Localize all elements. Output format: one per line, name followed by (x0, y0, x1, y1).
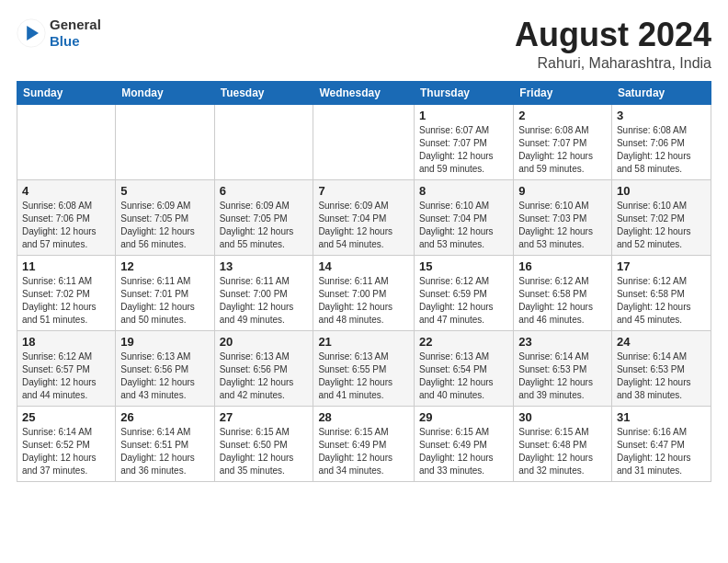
calendar-week-row: 25Sunrise: 6:14 AMSunset: 6:52 PMDayligh… (17, 406, 711, 481)
month-year: August 2024 (515, 17, 711, 53)
day-number: 20 (220, 335, 309, 349)
day-number: 10 (617, 184, 706, 198)
col-header-wednesday: Wednesday (313, 81, 415, 104)
day-info: Sunrise: 6:13 AMSunset: 6:54 PMDaylight:… (419, 350, 508, 402)
calendar-cell: 1Sunrise: 6:07 AMSunset: 7:07 PMDaylight… (414, 104, 513, 179)
day-info: Sunrise: 6:14 AMSunset: 6:53 PMDaylight:… (518, 350, 607, 402)
day-info: Sunrise: 6:13 AMSunset: 6:56 PMDaylight:… (220, 350, 309, 402)
day-info: Sunrise: 6:13 AMSunset: 6:56 PMDaylight:… (120, 350, 209, 402)
calendar-cell: 18Sunrise: 6:12 AMSunset: 6:57 PMDayligh… (17, 330, 116, 406)
day-number: 4 (22, 184, 110, 198)
day-info: Sunrise: 6:15 AMSunset: 6:49 PMDaylight:… (419, 426, 508, 477)
location: Rahuri, Maharashtra, India (515, 55, 711, 72)
calendar-cell: 6Sunrise: 6:09 AMSunset: 7:05 PMDaylight… (214, 179, 313, 255)
col-header-thursday: Thursday (414, 81, 513, 104)
calendar-cell: 28Sunrise: 6:15 AMSunset: 6:49 PMDayligh… (313, 406, 415, 481)
calendar-cell: 16Sunrise: 6:12 AMSunset: 6:58 PMDayligh… (514, 255, 612, 330)
day-info: Sunrise: 6:15 AMSunset: 6:50 PMDaylight:… (220, 426, 309, 477)
calendar-cell: 21Sunrise: 6:13 AMSunset: 6:55 PMDayligh… (313, 330, 415, 406)
day-number: 18 (22, 335, 110, 349)
calendar-cell: 22Sunrise: 6:13 AMSunset: 6:54 PMDayligh… (414, 330, 513, 406)
calendar-cell: 15Sunrise: 6:12 AMSunset: 6:59 PMDayligh… (414, 255, 513, 330)
day-info: Sunrise: 6:08 AMSunset: 7:06 PMDaylight:… (22, 200, 110, 251)
calendar-cell (17, 104, 116, 179)
logo-text: General Blue (50, 17, 101, 50)
day-info: Sunrise: 6:16 AMSunset: 6:47 PMDaylight:… (617, 426, 706, 477)
calendar-cell: 13Sunrise: 6:11 AMSunset: 7:00 PMDayligh… (214, 255, 313, 330)
day-number: 7 (318, 184, 409, 198)
calendar-cell: 2Sunrise: 6:08 AMSunset: 7:07 PMDaylight… (514, 104, 612, 179)
calendar-cell (214, 104, 313, 179)
calendar-cell: 7Sunrise: 6:09 AMSunset: 7:04 PMDaylight… (313, 179, 415, 255)
day-info: Sunrise: 6:13 AMSunset: 6:55 PMDaylight:… (318, 350, 409, 402)
calendar-cell: 30Sunrise: 6:15 AMSunset: 6:48 PMDayligh… (514, 406, 612, 481)
day-info: Sunrise: 6:08 AMSunset: 7:07 PMDaylight:… (518, 124, 607, 176)
day-number: 9 (518, 184, 607, 198)
day-info: Sunrise: 6:14 AMSunset: 6:52 PMDaylight:… (22, 426, 110, 477)
day-number: 12 (120, 259, 209, 273)
title-block: August 2024 Rahuri, Maharashtra, India (515, 17, 711, 72)
day-number: 25 (22, 410, 110, 424)
calendar-cell: 9Sunrise: 6:10 AMSunset: 7:03 PMDaylight… (514, 179, 612, 255)
day-number: 24 (617, 335, 706, 349)
calendar-cell: 26Sunrise: 6:14 AMSunset: 6:51 PMDayligh… (116, 406, 214, 481)
day-info: Sunrise: 6:11 AMSunset: 7:02 PMDaylight:… (22, 275, 110, 327)
day-info: Sunrise: 6:15 AMSunset: 6:48 PMDaylight:… (518, 426, 607, 477)
calendar: SundayMondayTuesdayWednesdayThursdayFrid… (17, 81, 711, 482)
day-number: 31 (617, 410, 706, 424)
calendar-cell: 8Sunrise: 6:10 AMSunset: 7:04 PMDaylight… (414, 179, 513, 255)
calendar-week-row: 1Sunrise: 6:07 AMSunset: 7:07 PMDaylight… (17, 104, 711, 179)
calendar-cell: 10Sunrise: 6:10 AMSunset: 7:02 PMDayligh… (611, 179, 711, 255)
day-info: Sunrise: 6:12 AMSunset: 6:58 PMDaylight:… (518, 275, 607, 327)
calendar-week-row: 4Sunrise: 6:08 AMSunset: 7:06 PMDaylight… (17, 179, 711, 255)
calendar-week-row: 11Sunrise: 6:11 AMSunset: 7:02 PMDayligh… (17, 255, 711, 330)
day-number: 19 (120, 335, 209, 349)
day-number: 5 (120, 184, 209, 198)
day-number: 30 (518, 410, 607, 424)
day-number: 8 (419, 184, 508, 198)
day-number: 21 (318, 335, 409, 349)
calendar-cell: 17Sunrise: 6:12 AMSunset: 6:58 PMDayligh… (611, 255, 711, 330)
calendar-header-row: SundayMondayTuesdayWednesdayThursdayFrid… (17, 81, 711, 104)
day-number: 13 (220, 259, 309, 273)
calendar-cell: 23Sunrise: 6:14 AMSunset: 6:53 PMDayligh… (514, 330, 612, 406)
calendar-cell: 24Sunrise: 6:14 AMSunset: 6:53 PMDayligh… (611, 330, 711, 406)
calendar-week-row: 18Sunrise: 6:12 AMSunset: 6:57 PMDayligh… (17, 330, 711, 406)
col-header-monday: Monday (116, 81, 214, 104)
day-number: 2 (518, 109, 607, 122)
day-info: Sunrise: 6:11 AMSunset: 7:00 PMDaylight:… (220, 275, 309, 327)
day-info: Sunrise: 6:07 AMSunset: 7:07 PMDaylight:… (419, 124, 508, 176)
day-info: Sunrise: 6:12 AMSunset: 6:57 PMDaylight:… (22, 350, 110, 402)
day-info: Sunrise: 6:12 AMSunset: 6:59 PMDaylight:… (419, 275, 508, 327)
day-info: Sunrise: 6:14 AMSunset: 6:51 PMDaylight:… (120, 426, 209, 477)
day-number: 11 (22, 259, 110, 273)
day-number: 14 (318, 259, 409, 273)
logo-icon (17, 18, 46, 48)
calendar-cell: 27Sunrise: 6:15 AMSunset: 6:50 PMDayligh… (214, 406, 313, 481)
day-number: 15 (419, 259, 508, 273)
day-number: 16 (518, 259, 607, 273)
calendar-cell: 5Sunrise: 6:09 AMSunset: 7:05 PMDaylight… (116, 179, 214, 255)
day-number: 23 (518, 335, 607, 349)
calendar-cell: 12Sunrise: 6:11 AMSunset: 7:01 PMDayligh… (116, 255, 214, 330)
logo: General Blue (17, 17, 101, 50)
day-info: Sunrise: 6:11 AMSunset: 7:01 PMDaylight:… (120, 275, 209, 327)
calendar-cell: 19Sunrise: 6:13 AMSunset: 6:56 PMDayligh… (116, 330, 214, 406)
logo-line1: General (50, 17, 101, 33)
day-number: 3 (617, 109, 706, 122)
day-info: Sunrise: 6:09 AMSunset: 7:04 PMDaylight:… (318, 200, 409, 251)
day-number: 26 (120, 410, 209, 424)
day-number: 1 (419, 109, 508, 122)
page: General Blue August 2024 Rahuri, Maharas… (0, 0, 728, 563)
day-number: 17 (617, 259, 706, 273)
col-header-saturday: Saturday (611, 81, 711, 104)
day-number: 6 (220, 184, 309, 198)
day-number: 28 (318, 410, 409, 424)
col-header-tuesday: Tuesday (214, 81, 313, 104)
calendar-cell (313, 104, 415, 179)
day-info: Sunrise: 6:15 AMSunset: 6:49 PMDaylight:… (318, 426, 409, 477)
day-number: 29 (419, 410, 508, 424)
day-number: 22 (419, 335, 508, 349)
calendar-cell: 31Sunrise: 6:16 AMSunset: 6:47 PMDayligh… (611, 406, 711, 481)
day-info: Sunrise: 6:11 AMSunset: 7:00 PMDaylight:… (318, 275, 409, 327)
